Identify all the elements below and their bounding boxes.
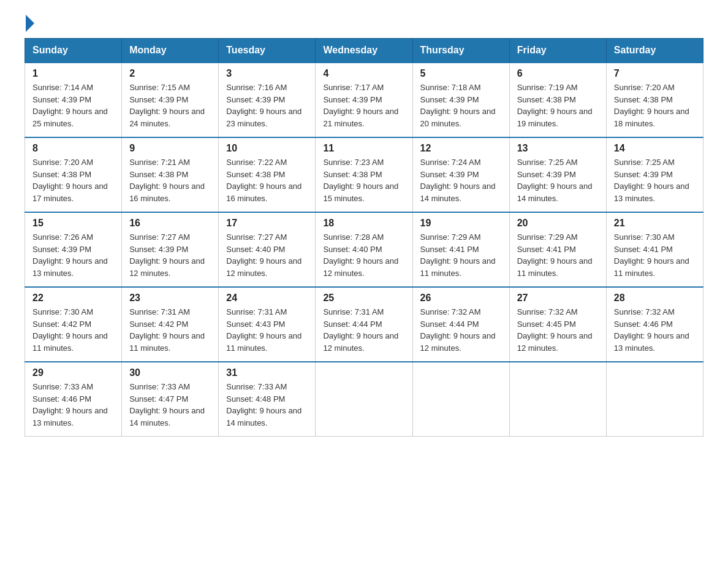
day-info: Sunrise: 7:29 AMSunset: 4:41 PMDaylight:… xyxy=(420,231,502,279)
day-number: 21 xyxy=(614,218,696,229)
weekday-header: Monday xyxy=(122,39,219,63)
calendar-cell: 29Sunrise: 7:33 AMSunset: 4:46 PMDayligh… xyxy=(25,362,122,437)
calendar-cell: 26Sunrise: 7:32 AMSunset: 4:44 PMDayligh… xyxy=(412,287,509,362)
calendar-cell: 2Sunrise: 7:15 AMSunset: 4:39 PMDaylight… xyxy=(122,63,219,137)
calendar-cell: 13Sunrise: 7:25 AMSunset: 4:39 PMDayligh… xyxy=(509,137,606,212)
day-info: Sunrise: 7:20 AMSunset: 4:38 PMDaylight:… xyxy=(32,156,114,204)
day-info: Sunrise: 7:33 AMSunset: 4:47 PMDaylight:… xyxy=(129,381,211,429)
day-number: 9 xyxy=(129,143,211,154)
day-number: 2 xyxy=(129,68,211,79)
calendar-cell: 17Sunrise: 7:27 AMSunset: 4:40 PMDayligh… xyxy=(219,212,316,287)
day-info: Sunrise: 7:20 AMSunset: 4:38 PMDaylight:… xyxy=(614,82,696,129)
calendar-cell: 19Sunrise: 7:29 AMSunset: 4:41 PMDayligh… xyxy=(412,212,509,287)
logo-arrow-icon xyxy=(26,15,34,32)
calendar-cell: 4Sunrise: 7:17 AMSunset: 4:39 PMDaylight… xyxy=(316,63,412,137)
day-info: Sunrise: 7:33 AMSunset: 4:48 PMDaylight:… xyxy=(226,381,308,429)
day-number: 29 xyxy=(32,367,114,378)
calendar-cell: 1Sunrise: 7:14 AMSunset: 4:39 PMDaylight… xyxy=(25,63,122,137)
day-number: 30 xyxy=(129,367,211,378)
calendar-cell: 25Sunrise: 7:31 AMSunset: 4:44 PMDayligh… xyxy=(316,287,412,362)
day-info: Sunrise: 7:16 AMSunset: 4:39 PMDaylight:… xyxy=(226,82,308,129)
day-info: Sunrise: 7:18 AMSunset: 4:39 PMDaylight:… xyxy=(420,82,502,129)
day-number: 24 xyxy=(226,293,308,304)
calendar-week-row: 29Sunrise: 7:33 AMSunset: 4:46 PMDayligh… xyxy=(25,362,703,437)
calendar-cell: 20Sunrise: 7:29 AMSunset: 4:41 PMDayligh… xyxy=(509,212,606,287)
day-number: 17 xyxy=(226,218,308,229)
day-number: 14 xyxy=(614,143,696,154)
calendar-cell: 7Sunrise: 7:20 AMSunset: 4:38 PMDaylight… xyxy=(606,63,703,137)
weekday-header: Saturday xyxy=(606,39,703,63)
weekday-header-row: SundayMondayTuesdayWednesdayThursdayFrid… xyxy=(25,39,703,63)
day-info: Sunrise: 7:30 AMSunset: 4:41 PMDaylight:… xyxy=(614,231,696,279)
calendar-cell: 8Sunrise: 7:20 AMSunset: 4:38 PMDaylight… xyxy=(25,137,122,212)
day-number: 20 xyxy=(517,218,599,229)
day-info: Sunrise: 7:30 AMSunset: 4:42 PMDaylight:… xyxy=(32,306,114,354)
calendar-cell xyxy=(509,362,606,437)
day-number: 1 xyxy=(32,68,114,79)
day-info: Sunrise: 7:19 AMSunset: 4:38 PMDaylight:… xyxy=(517,82,599,129)
calendar-cell: 21Sunrise: 7:30 AMSunset: 4:41 PMDayligh… xyxy=(606,212,703,287)
day-info: Sunrise: 7:27 AMSunset: 4:40 PMDaylight:… xyxy=(226,231,308,279)
day-number: 5 xyxy=(420,68,502,79)
calendar-cell: 11Sunrise: 7:23 AMSunset: 4:38 PMDayligh… xyxy=(316,137,412,212)
day-number: 31 xyxy=(226,367,308,378)
calendar-cell xyxy=(412,362,509,437)
day-info: Sunrise: 7:31 AMSunset: 4:44 PMDaylight:… xyxy=(323,306,404,354)
day-number: 3 xyxy=(226,68,308,79)
calendar-cell: 28Sunrise: 7:32 AMSunset: 4:46 PMDayligh… xyxy=(606,287,703,362)
day-number: 8 xyxy=(32,143,114,154)
day-number: 19 xyxy=(420,218,502,229)
calendar-cell: 31Sunrise: 7:33 AMSunset: 4:48 PMDayligh… xyxy=(219,362,316,437)
calendar-cell xyxy=(316,362,412,437)
calendar-cell: 9Sunrise: 7:21 AMSunset: 4:38 PMDaylight… xyxy=(122,137,219,212)
day-number: 26 xyxy=(420,293,502,304)
day-info: Sunrise: 7:31 AMSunset: 4:42 PMDaylight:… xyxy=(129,306,211,354)
day-info: Sunrise: 7:17 AMSunset: 4:39 PMDaylight:… xyxy=(323,82,404,129)
weekday-header: Friday xyxy=(509,39,606,63)
day-info: Sunrise: 7:14 AMSunset: 4:39 PMDaylight:… xyxy=(32,82,114,129)
day-number: 6 xyxy=(517,68,599,79)
calendar-cell: 3Sunrise: 7:16 AMSunset: 4:39 PMDaylight… xyxy=(219,63,316,137)
day-info: Sunrise: 7:32 AMSunset: 4:46 PMDaylight:… xyxy=(614,306,696,354)
day-number: 22 xyxy=(32,293,114,304)
calendar-cell: 27Sunrise: 7:32 AMSunset: 4:45 PMDayligh… xyxy=(509,287,606,362)
day-info: Sunrise: 7:32 AMSunset: 4:45 PMDaylight:… xyxy=(517,306,599,354)
day-info: Sunrise: 7:15 AMSunset: 4:39 PMDaylight:… xyxy=(129,82,211,129)
calendar-cell: 16Sunrise: 7:27 AMSunset: 4:39 PMDayligh… xyxy=(122,212,219,287)
day-number: 27 xyxy=(517,293,599,304)
day-info: Sunrise: 7:24 AMSunset: 4:39 PMDaylight:… xyxy=(420,156,502,204)
day-info: Sunrise: 7:21 AMSunset: 4:38 PMDaylight:… xyxy=(129,156,211,204)
day-info: Sunrise: 7:33 AMSunset: 4:46 PMDaylight:… xyxy=(32,381,114,429)
day-info: Sunrise: 7:22 AMSunset: 4:38 PMDaylight:… xyxy=(226,156,308,204)
weekday-header: Wednesday xyxy=(316,39,412,63)
calendar-cell: 30Sunrise: 7:33 AMSunset: 4:47 PMDayligh… xyxy=(122,362,219,437)
day-info: Sunrise: 7:25 AMSunset: 4:39 PMDaylight:… xyxy=(614,156,696,204)
day-info: Sunrise: 7:29 AMSunset: 4:41 PMDaylight:… xyxy=(517,231,599,279)
calendar-week-row: 8Sunrise: 7:20 AMSunset: 4:38 PMDaylight… xyxy=(25,137,703,212)
calendar-cell: 6Sunrise: 7:19 AMSunset: 4:38 PMDaylight… xyxy=(509,63,606,137)
calendar-cell: 10Sunrise: 7:22 AMSunset: 4:38 PMDayligh… xyxy=(219,137,316,212)
day-number: 7 xyxy=(614,68,696,79)
day-info: Sunrise: 7:23 AMSunset: 4:38 PMDaylight:… xyxy=(323,156,404,204)
calendar-week-row: 22Sunrise: 7:30 AMSunset: 4:42 PMDayligh… xyxy=(25,287,703,362)
calendar-cell: 12Sunrise: 7:24 AMSunset: 4:39 PMDayligh… xyxy=(412,137,509,212)
day-info: Sunrise: 7:27 AMSunset: 4:39 PMDaylight:… xyxy=(129,231,211,279)
calendar-cell: 23Sunrise: 7:31 AMSunset: 4:42 PMDayligh… xyxy=(122,287,219,362)
weekday-header: Tuesday xyxy=(219,39,316,63)
calendar-week-row: 1Sunrise: 7:14 AMSunset: 4:39 PMDaylight… xyxy=(25,63,703,137)
day-info: Sunrise: 7:28 AMSunset: 4:40 PMDaylight:… xyxy=(323,231,404,279)
calendar-cell: 14Sunrise: 7:25 AMSunset: 4:39 PMDayligh… xyxy=(606,137,703,212)
calendar-week-row: 15Sunrise: 7:26 AMSunset: 4:39 PMDayligh… xyxy=(25,212,703,287)
day-info: Sunrise: 7:32 AMSunset: 4:44 PMDaylight:… xyxy=(420,306,502,354)
day-info: Sunrise: 7:26 AMSunset: 4:39 PMDaylight:… xyxy=(32,231,114,279)
day-number: 12 xyxy=(420,143,502,154)
calendar-cell: 24Sunrise: 7:31 AMSunset: 4:43 PMDayligh… xyxy=(219,287,316,362)
weekday-header: Sunday xyxy=(25,39,122,63)
weekday-header: Thursday xyxy=(412,39,509,63)
calendar-cell: 22Sunrise: 7:30 AMSunset: 4:42 PMDayligh… xyxy=(25,287,122,362)
day-number: 4 xyxy=(323,68,404,79)
calendar-table: SundayMondayTuesdayWednesdayThursdayFrid… xyxy=(25,38,703,437)
day-number: 11 xyxy=(323,143,404,154)
day-number: 18 xyxy=(323,218,404,229)
day-number: 15 xyxy=(32,218,114,229)
